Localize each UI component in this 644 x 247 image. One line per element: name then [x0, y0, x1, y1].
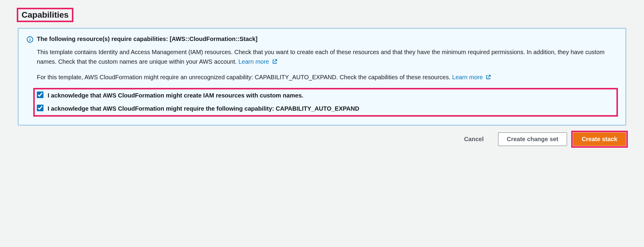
info-content: The following resource(s) require capabi…: [37, 36, 617, 117]
acknowledgement-group: I acknowledge that AWS CloudFormation mi…: [33, 88, 617, 117]
create-stack-button[interactable]: Create stack: [573, 132, 626, 146]
create-stack-highlight: Create stack: [573, 132, 626, 146]
learn-more-link-2[interactable]: Learn more: [452, 74, 491, 80]
ack-item-auto-expand: I acknowledge that AWS CloudFormation mi…: [37, 104, 614, 113]
ack-item-iam: I acknowledge that AWS CloudFormation mi…: [37, 91, 614, 100]
ack-label-auto-expand[interactable]: I acknowledge that AWS CloudFormation mi…: [48, 104, 359, 113]
svg-point-1: [30, 38, 30, 38]
button-row: Cancel Create change set Create stack: [18, 132, 626, 146]
section-heading-text: Capabilities: [22, 10, 69, 19]
info-body-2-text: For this template, AWS CloudFormation mi…: [37, 74, 452, 80]
info-header: The following resource(s) require capabi…: [27, 36, 617, 117]
create-change-set-button[interactable]: Create change set: [498, 132, 567, 146]
ack-label-iam[interactable]: I acknowledge that AWS CloudFormation mi…: [48, 91, 303, 100]
learn-more-link-1[interactable]: Learn more: [238, 58, 277, 65]
capabilities-info-panel: The following resource(s) require capabi…: [18, 28, 626, 125]
info-title: The following resource(s) require capabi…: [37, 36, 617, 42]
section-heading: Capabilities: [18, 9, 72, 21]
info-icon: [27, 36, 33, 43]
ack-checkbox-auto-expand[interactable]: [37, 105, 43, 111]
cancel-button[interactable]: Cancel: [456, 133, 492, 146]
info-body-1-text: This template contains Identity and Acce…: [37, 49, 604, 65]
learn-more-label-1: Learn more: [238, 58, 269, 65]
learn-more-label-2: Learn more: [452, 74, 483, 80]
info-body-2: For this template, AWS CloudFormation mi…: [37, 72, 617, 83]
external-link-icon: [486, 73, 491, 83]
external-link-icon: [272, 57, 277, 67]
ack-checkbox-iam[interactable]: [37, 92, 43, 98]
info-body-1: This template contains Identity and Acce…: [37, 47, 617, 67]
